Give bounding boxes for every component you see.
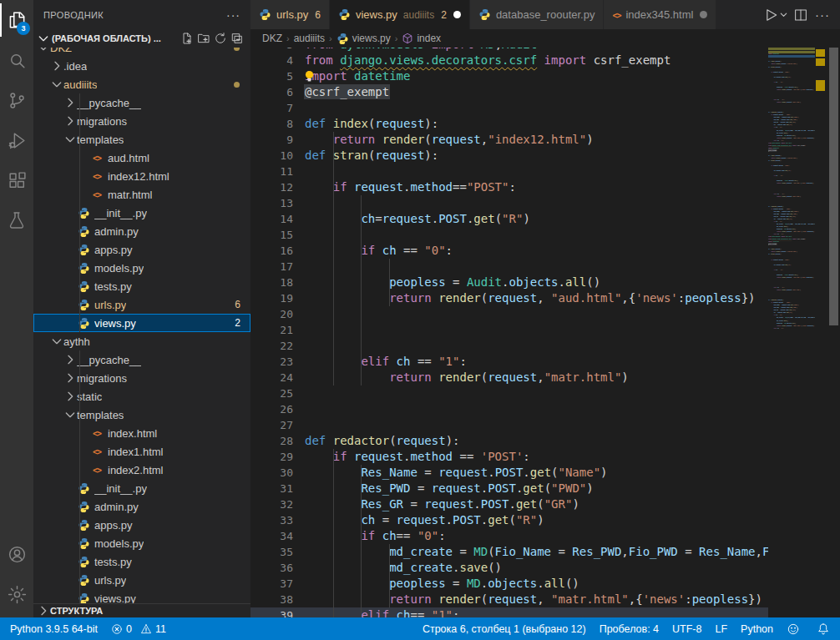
tree-item-aud.html[interactable]: <>aud.html [33, 149, 250, 167]
more-actions-button[interactable]: ··· [812, 4, 833, 26]
code-line-9[interactable]: 9 return render(request,"index12.html") [250, 132, 768, 148]
activity-extensions[interactable] [0, 160, 33, 200]
code-line-14[interactable]: 14 ch=request.POST.get("R") [250, 211, 768, 227]
code-line-30[interactable]: 30 Res_Name = request.POST.get("Name") [250, 465, 768, 481]
breadcrumb-audiiits[interactable]: audiiits [294, 33, 325, 44]
code-line-29[interactable]: 29 if request.method == 'POST': [250, 449, 768, 465]
statusbar-language-mode[interactable]: Python [734, 617, 780, 640]
code-line-10[interactable]: 10def stran(request): [250, 148, 768, 164]
code-line-26[interactable]: 26 [250, 401, 768, 417]
statusbar-notifications[interactable] [810, 617, 840, 640]
tree-item-__pycache__[interactable]: __pycache__ [33, 350, 250, 369]
new-folder-icon[interactable] [195, 30, 212, 47]
tree-item-templates[interactable]: templates [33, 406, 250, 424]
code-line-33[interactable]: 33 ch = request.POST.get("R") [250, 512, 768, 528]
tree-item-index2.html[interactable]: <>index2.html [33, 461, 250, 479]
activity-source-control[interactable] [0, 80, 33, 120]
tree-item-urls.py[interactable]: urls.py6 [33, 295, 250, 314]
collapse-all-icon[interactable] [229, 30, 245, 47]
tree-item-tests.py[interactable]: tests.py [33, 277, 250, 295]
code-line-15[interactable]: 15 [250, 227, 768, 243]
code-line-21[interactable]: 21 [250, 322, 768, 338]
tree-item-admin.py[interactable]: admin.py [33, 222, 250, 240]
tree-item-models.py[interactable]: models.py [33, 534, 250, 552]
code-line-7[interactable]: 7 [250, 100, 768, 116]
code-line-16[interactable]: 16 if ch == "0": [250, 243, 768, 259]
activity-testing[interactable] [0, 200, 33, 240]
refresh-icon[interactable] [212, 30, 229, 47]
statusbar-problems[interactable]: 011 [104, 617, 173, 640]
activity-run-debug[interactable] [0, 120, 33, 160]
tab-views.py[interactable]: views.pyaudiiits2 [330, 0, 470, 29]
statusbar-cursor-position[interactable]: Строка 6, столбец 1 (выбрано 12) [416, 617, 593, 640]
tree-item-apps.py[interactable]: apps.py [33, 516, 250, 534]
tree-item-templates[interactable]: templates [33, 130, 250, 149]
modified-dot[interactable] [700, 11, 707, 18]
tree-item-tests.py[interactable]: tests.py [33, 552, 250, 571]
tree-item-apps.py[interactable]: apps.py [33, 240, 250, 259]
tree-item-index1.html[interactable]: <>index1.html [33, 442, 250, 461]
tree-item-urls.py[interactable]: urls.py [33, 571, 250, 589]
code-line-12[interactable]: 12 if request.method=="POST": [250, 179, 768, 195]
minimap[interactable]: from aythh.models import MD,Auditfrom dj… [768, 48, 815, 617]
breadcrumb-DKZ[interactable]: DKZ [262, 33, 282, 44]
workspace-section-header[interactable]: (РАБОЧАЯ ОБЛАСТЬ) ... [33, 29, 250, 48]
statusbar-python-version[interactable]: Python 3.9.5 64-bit [3, 617, 104, 640]
code-line-27[interactable]: 27 [250, 417, 768, 433]
breadcrumb-views.py[interactable]: views.py [337, 33, 391, 45]
code-line-38[interactable]: 38 return render(request, "matr.html",{'… [250, 592, 768, 607]
code-line-34[interactable]: 34 if ch== "0": [250, 528, 768, 544]
run-dropdown[interactable] [777, 4, 790, 26]
code-line-4[interactable]: 4from django.views.decorators.csrf impor… [250, 53, 768, 68]
tree-item-views.py[interactable]: views.py2 [33, 314, 250, 332]
code-line-25[interactable]: 25 [250, 386, 768, 401]
split-editor-button[interactable] [790, 4, 812, 26]
scrollbar-thumb[interactable] [829, 48, 838, 325]
code-line-8[interactable]: 8def index(request): [250, 116, 768, 132]
code-line-5[interactable]: 5import datetime [250, 68, 768, 84]
code-line-37[interactable]: 37 peopless = MD.objects.all() [250, 576, 768, 592]
tree-item-__init__.py[interactable]: __init__.py [33, 479, 250, 497]
code-line-28[interactable]: 28def redactor(request): [250, 433, 768, 449]
tree-item-index.html[interactable]: <>index.html [33, 424, 250, 442]
code-line-35[interactable]: 35 md_create = MD(Fio_Name = Res_PWD,Fio… [250, 544, 768, 560]
tree-item-__pycache__[interactable]: __pycache__ [33, 93, 250, 112]
activity-search[interactable] [0, 40, 33, 80]
activity-settings[interactable] [0, 574, 33, 614]
code-line-17[interactable]: 17 [250, 259, 768, 275]
tree-item-admin.py[interactable]: admin.py [33, 497, 250, 516]
code-line-20[interactable]: 20 [250, 306, 768, 322]
code-line-11[interactable]: 11 [250, 164, 768, 179]
tree-item-DKZ[interactable]: DKZ [33, 48, 250, 57]
tree-item-.idea[interactable]: .idea [33, 57, 250, 75]
code-line-19[interactable]: 19 return render(request, "aud.html",{'n… [250, 290, 768, 306]
tree-item-migrations[interactable]: migrations [33, 369, 250, 387]
tree-item-models.py[interactable]: models.py [33, 259, 250, 277]
statusbar-encoding[interactable]: UTF-8 [665, 617, 708, 640]
code-line-32[interactable]: 32 Res_GR = request.POST.get("GR") [250, 496, 768, 512]
code-line-22[interactable]: 22 [250, 338, 768, 354]
code-line-18[interactable]: 18 peopless = Audit.objects.all() [250, 275, 768, 290]
code-line-6[interactable]: 6@csrf_exempt [250, 84, 768, 100]
code-line-13[interactable]: 13 [250, 195, 768, 211]
code-line-23[interactable]: 23 elif ch == "1": [250, 354, 768, 370]
outline-section-header[interactable]: СТРУКТУРА [33, 603, 250, 617]
tree-item-migrations[interactable]: migrations [33, 112, 250, 130]
code-line-31[interactable]: 31 Res_PWD = request.POST.get("PWD") [250, 481, 768, 496]
code-editor[interactable]: 3from aythh.models import MD,Audit4from … [250, 48, 840, 617]
code-line-39[interactable]: 39 elif ch== "1": [250, 607, 768, 617]
tree-item-aythh[interactable]: aythh [33, 332, 250, 350]
statusbar-feedback[interactable] [780, 617, 810, 640]
tree-item-matr.html[interactable]: <>matr.html [33, 185, 250, 204]
tree-item-views.py[interactable]: views.py [33, 589, 250, 603]
tree-item-index12.html[interactable]: <>index12.html [33, 167, 250, 185]
tree-item-__init__.py[interactable]: __init__.py [33, 204, 250, 222]
statusbar-indentation[interactable]: Пробелов: 4 [593, 617, 665, 640]
sidebar-more-actions-button[interactable]: ··· [226, 8, 240, 22]
tab-urls.py[interactable]: urls.py6 [250, 0, 330, 29]
tab-index345.html[interactable]: <>index345.html [604, 0, 716, 29]
lightbulb-icon[interactable] [304, 70, 315, 83]
tree-item-audiiits[interactable]: audiiits [33, 75, 250, 93]
code-line-24[interactable]: 24 return render(request,"matr.html") [250, 370, 768, 386]
tab-database_roouter.py[interactable]: database_roouter.py [470, 0, 605, 29]
